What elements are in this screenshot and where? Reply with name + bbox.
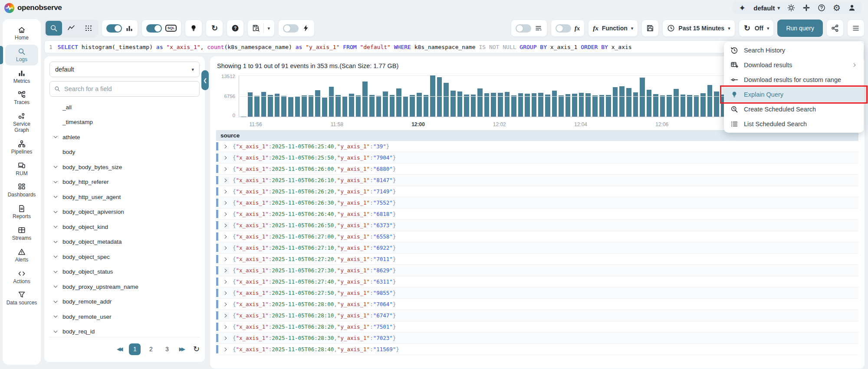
expand-row-icon[interactable] [223,245,228,251]
field-item-body[interactable]: body [49,145,200,160]
table-row[interactable]: {"x_axis_1":2025-11-05T06:27:10,"y_axis_… [216,242,858,254]
saved-search-caret-icon[interactable]: ▾ [267,26,270,31]
reset-icon[interactable]: ↻ [210,24,218,32]
quick-mode-toggle[interactable] [283,24,299,33]
line-chart-mode-button[interactable] [63,21,79,36]
brand[interactable]: openobserve [4,3,62,13]
table-row[interactable]: {"x_axis_1":2025-11-05T06:28:30,"y_axis_… [216,333,858,344]
field-item-body_proxy_upstream_name[interactable]: body_proxy_upstream_name [49,279,200,294]
expand-row-icon[interactable] [223,268,228,273]
expand-row-icon[interactable] [223,167,228,172]
chevron-down-icon[interactable] [53,224,59,230]
chevron-down-icon[interactable] [53,134,59,140]
table-row[interactable]: {"x_axis_1":2025-11-05T06:26:10,"y_axis_… [216,175,858,186]
table-row[interactable]: {"x_axis_1":2025-11-05T06:26:50,"y_axis_… [216,220,858,231]
field-item-body_object_status[interactable]: body_object_status [49,265,200,280]
chevron-down-icon[interactable] [53,209,59,215]
table-row[interactable]: {"x_axis_1":2025-11-05T06:28:20,"y_axis_… [216,321,858,333]
table-row[interactable]: {"x_axis_1":2025-11-05T06:28:10,"y_axis_… [216,310,858,321]
table-row[interactable]: {"x_axis_1":2025-11-05T06:27:40,"y_axis_… [216,276,858,287]
sidebar-item-streams[interactable]: Streams [5,223,38,244]
share-icon[interactable] [831,24,839,32]
expand-row-icon[interactable] [223,144,228,149]
field-item-body_remote_user[interactable]: body_remote_user [49,309,200,324]
settings-gear-icon[interactable]: ⚙ [833,4,841,12]
sidebar-item-logs[interactable]: Logs [5,45,38,65]
first-page-icon[interactable]: ◀◀ [117,346,123,352]
collapse-fields-panel-handle[interactable]: ❮ [201,70,209,90]
sidebar-item-home[interactable]: Home [5,23,38,44]
save-icon[interactable] [646,24,654,32]
chevron-down-icon[interactable] [53,194,59,200]
lightbulb-icon[interactable] [190,24,197,32]
theme-toggle-icon[interactable] [787,4,795,12]
expand-row-icon[interactable] [223,347,228,352]
table-row[interactable]: {"x_axis_1":2025-11-05T06:25:40,"y_axis_… [216,141,858,152]
expand-row-icon[interactable] [223,155,228,160]
page-button-2[interactable]: 2 [145,343,157,355]
field-item-_timestamp[interactable]: _timestamp [49,115,200,130]
hamburger-menu-icon[interactable] [852,24,860,32]
field-item-athlete[interactable]: athlete [49,130,200,145]
pattern-mode-button[interactable] [80,21,97,36]
help-icon[interactable] [818,4,825,12]
chevron-down-icon[interactable] [53,313,59,320]
chevron-down-icon[interactable] [53,329,59,335]
table-row[interactable]: {"x_axis_1":2025-11-05T06:28:00,"y_axis_… [216,299,858,310]
expand-row-icon[interactable] [223,200,228,206]
menu-item-search-history[interactable]: Search History [724,43,864,58]
chevron-down-icon[interactable] [53,179,59,185]
expand-row-icon[interactable] [223,178,228,183]
sidebar-item-reports[interactable]: Reports [5,202,38,222]
field-item-body_object_apiversion[interactable]: body_object_apiversion [49,205,200,220]
user-avatar-icon[interactable] [848,4,856,12]
expand-row-icon[interactable] [223,189,228,194]
expand-row-icon[interactable] [223,223,228,228]
chevron-down-icon[interactable] [53,239,59,245]
time-range-dropdown[interactable]: Past 15 Minutes ▾ [662,20,735,37]
save-search-icon[interactable] [252,24,260,32]
sidebar-item-rum[interactable]: RUM [5,159,38,180]
wrap-lines-toggle[interactable] [516,24,531,33]
fx-toggle[interactable] [556,24,571,33]
chevron-down-icon[interactable] [53,254,59,260]
auto-refresh-dropdown[interactable]: ↻ Off ▾ [739,20,774,37]
menu-item-download-results-for-custom-range[interactable]: Download results for custom range [724,72,864,87]
sidebar-item-pipelines[interactable]: Pipelines [5,137,38,158]
expand-row-icon[interactable] [223,336,228,341]
chevron-down-icon[interactable] [53,269,59,275]
function-dropdown[interactable]: fx Function ▾ [588,20,638,37]
expand-row-icon[interactable] [223,279,228,284]
field-item-body_remote_addr[interactable]: body_remote_addr [49,294,200,310]
table-row[interactable]: {"x_axis_1":2025-11-05T06:26:40,"y_axis_… [216,209,858,220]
sidebar-item-alerts[interactable]: Alerts [5,245,38,266]
expand-row-icon[interactable] [223,257,228,262]
last-page-icon[interactable]: ▶▶ [179,346,185,352]
sidebar-item-service-graph[interactable]: Service Graph [5,109,38,136]
chevron-down-icon[interactable] [53,299,59,305]
table-row[interactable]: {"x_axis_1":2025-11-05T06:27:30,"y_axis_… [216,265,858,276]
sql-mode-toggle[interactable] [146,24,162,33]
expand-row-icon[interactable] [223,302,228,307]
expand-row-icon[interactable] [223,313,228,318]
page-button-3[interactable]: 3 [161,343,173,355]
page-button-1[interactable]: 1 [129,343,141,355]
query-help-icon[interactable]: ? [231,24,239,32]
table-row[interactable]: {"x_axis_1":2025-11-05T06:26:30,"y_axis_… [216,197,858,209]
search-mode-button[interactable] [46,21,62,36]
slack-icon[interactable] [802,4,810,12]
table-row[interactable]: {"x_axis_1":2025-11-05T06:27:00,"y_axis_… [216,231,858,242]
refresh-fields-icon[interactable]: ↻ [193,344,200,354]
sidebar-item-dashboards[interactable]: Dashboards [5,180,38,201]
chevron-down-icon[interactable] [53,164,59,170]
sidebar-item-actions[interactable]: Actions [5,267,38,287]
table-row[interactable]: {"x_axis_1":2025-11-05T06:27:50,"y_axis_… [216,287,858,299]
field-item-_all[interactable]: _all [49,100,200,115]
menu-item-create-scheduled-search[interactable]: Create Scheduled Search [724,102,864,117]
expand-row-icon[interactable] [223,291,228,296]
table-row[interactable]: {"x_axis_1":2025-11-05T06:27:20,"y_axis_… [216,254,858,265]
field-item-body_req_id[interactable]: body_req_id [49,324,200,337]
expand-row-icon[interactable] [223,212,228,217]
stream-selector[interactable]: default ▾ [49,62,200,77]
sidebar-item-traces[interactable]: Traces [5,88,38,108]
